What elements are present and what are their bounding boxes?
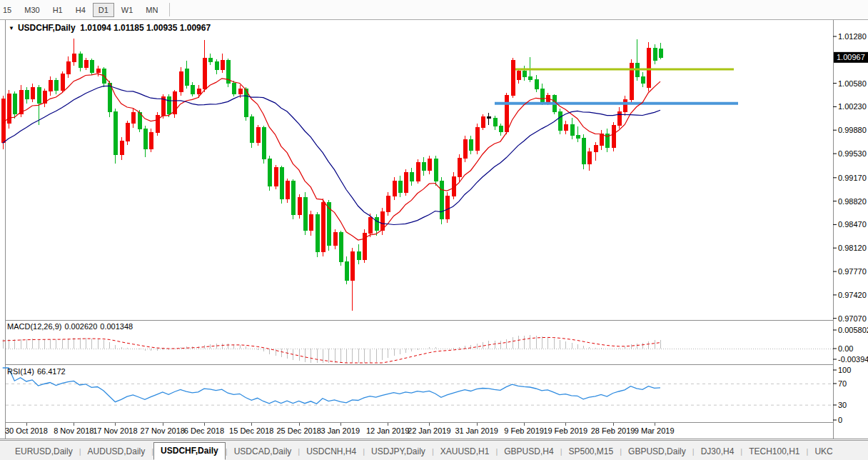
- candle: [523, 66, 526, 81]
- candle: [511, 58, 515, 98]
- chart-tab-usdcad-daily[interactable]: USDCAD,Daily: [228, 444, 298, 460]
- date-tick-label: 17 Nov 2018: [93, 426, 137, 435]
- date-tick-label: 15 Dec 2018: [229, 426, 273, 435]
- chart-tab-ukc[interactable]: UKC: [808, 444, 839, 460]
- candle: [286, 179, 289, 203]
- candle: [517, 69, 520, 84]
- candle: [428, 156, 431, 174]
- ma-fast-line: [3, 74, 660, 240]
- candle: [440, 177, 443, 224]
- candle: [659, 43, 662, 59]
- date-tick-label: 12 Jan 2019: [366, 426, 410, 435]
- date-tick-label: 25 Dec 2018: [277, 426, 321, 435]
- candle: [90, 59, 94, 76]
- candle: [564, 121, 567, 134]
- price-axis: 1.012801.005801.002300.998800.995300.991…: [833, 32, 868, 323]
- macd-indicator-label: MACD(12,26,9)0.0026200.001348: [7, 322, 136, 331]
- candle: [600, 130, 603, 150]
- candle: [481, 114, 485, 131]
- indicator-axes: 0.0058020.00-0.00394510070300: [833, 326, 868, 424]
- candle: [49, 76, 52, 95]
- time-axis: 30 Oct 20188 Nov 201817 Nov 201827 Nov 2…: [5, 423, 675, 435]
- price-tick-label: 1.01280: [838, 32, 867, 41]
- candle: [13, 91, 16, 119]
- candle: [469, 136, 473, 154]
- chart-tab-dj30-h4[interactable]: DJ30,H4: [695, 444, 741, 460]
- candle: [167, 94, 171, 117]
- candle: [309, 211, 313, 236]
- chart-tab-usdjpy-daily[interactable]: USDJPY,Daily: [365, 444, 432, 460]
- timeframe-button-15[interactable]: 15: [0, 3, 17, 17]
- timeframe-toolbar: 15M30H1H4D1W1MN: [0, 0, 868, 20]
- chart-tab-usdchf-daily[interactable]: USDCHF,Daily: [153, 442, 226, 460]
- timeframe-button-h4[interactable]: H4: [70, 3, 91, 17]
- price-tick-label: 1.00230: [838, 102, 867, 111]
- date-tick-label: 3 Jan 2019: [321, 426, 360, 435]
- candle: [463, 136, 467, 163]
- candle: [398, 176, 402, 197]
- timeframe-button-w1[interactable]: W1: [116, 3, 139, 17]
- chart-tab-audusd-daily[interactable]: AUDUSD,Daily: [81, 444, 152, 460]
- rsi-value: 66.4172: [37, 367, 66, 376]
- chart-tab-xauusd-h1[interactable]: XAUUSD,H1: [434, 444, 496, 460]
- timeframe-button-m30[interactable]: M30: [19, 3, 45, 17]
- chart-tab-gbpusd-h4[interactable]: GBPUSD,H4: [498, 444, 560, 460]
- candle: [262, 126, 266, 164]
- timeframe-button-mn[interactable]: MN: [140, 3, 163, 17]
- candle: [452, 172, 455, 199]
- date-tick-label: 9 Mar 2019: [635, 426, 675, 435]
- candle: [208, 54, 212, 65]
- candle: [386, 192, 390, 216]
- candle: [179, 67, 183, 95]
- timeframe-button-d1[interactable]: D1: [93, 3, 114, 17]
- chart-tab-tech100-h1[interactable]: TECH100,H1: [742, 444, 806, 460]
- candle: [232, 81, 236, 96]
- candle: [185, 61, 188, 89]
- candle: [594, 142, 597, 161]
- price-tick-label: 0.98120: [838, 244, 867, 252]
- candle: [605, 129, 609, 152]
- macd-signal-value: 0.001348: [100, 322, 133, 331]
- candle: [416, 159, 420, 184]
- candle: [404, 169, 408, 196]
- candle: [215, 59, 218, 74]
- chart-tab-sp500-m15[interactable]: SP500,M15: [562, 444, 620, 460]
- chart-dropdown-icon[interactable]: ▼: [9, 25, 14, 31]
- trading-terminal-window: 15M30H1H4D1W1MN 1.012801.005801.002300.9…: [0, 0, 868, 460]
- candle: [630, 59, 633, 102]
- candle: [197, 85, 201, 99]
- candle: [298, 194, 301, 219]
- candle: [149, 129, 153, 152]
- candle: [582, 134, 585, 169]
- timeframe-button-h1[interactable]: H1: [47, 3, 69, 17]
- candle: [131, 109, 135, 127]
- chart-canvas[interactable]: 1.012801.005801.002300.998800.995300.991…: [0, 0, 868, 460]
- rsi-axis-label: 30: [838, 401, 847, 409]
- candle: [226, 59, 230, 87]
- chart-tab-usdcnh-h4[interactable]: USDCNH,H4: [300, 444, 363, 460]
- candle: [96, 66, 100, 76]
- current-price-label: 1.00967: [837, 53, 865, 61]
- candle: [558, 109, 562, 134]
- chart-tab-gbpusd-daily[interactable]: GBPUSD,Daily: [622, 444, 692, 460]
- candle: [363, 229, 366, 263]
- candle: [422, 157, 425, 176]
- macd-axis-label: -0.003945: [838, 355, 868, 364]
- candle: [274, 165, 278, 189]
- candle: [84, 58, 88, 70]
- candle-doji: [487, 113, 490, 125]
- price-tick-label: 0.99170: [838, 174, 867, 182]
- chart-tab-eurusd-daily[interactable]: EURUSD,Daily: [9, 444, 79, 460]
- candle: [641, 72, 645, 88]
- date-tick-label: 28 Feb 2019: [591, 426, 635, 435]
- price-tick-label: 0.99530: [838, 149, 867, 158]
- candle: [540, 84, 544, 105]
- candle: [291, 179, 295, 219]
- chart-title: ▼USDCHF,Daily 1.01094 1.01185 1.00935 1.…: [9, 23, 211, 33]
- macd-axis-label: 0.005802: [838, 326, 868, 334]
- date-tick-label: 31 Jan 2019: [455, 426, 498, 435]
- candle: [617, 107, 621, 129]
- candle: [434, 156, 438, 186]
- candle: [499, 124, 503, 136]
- chart-ohlc-readout: 1.01094 1.01185 1.00935 1.00967: [80, 23, 211, 33]
